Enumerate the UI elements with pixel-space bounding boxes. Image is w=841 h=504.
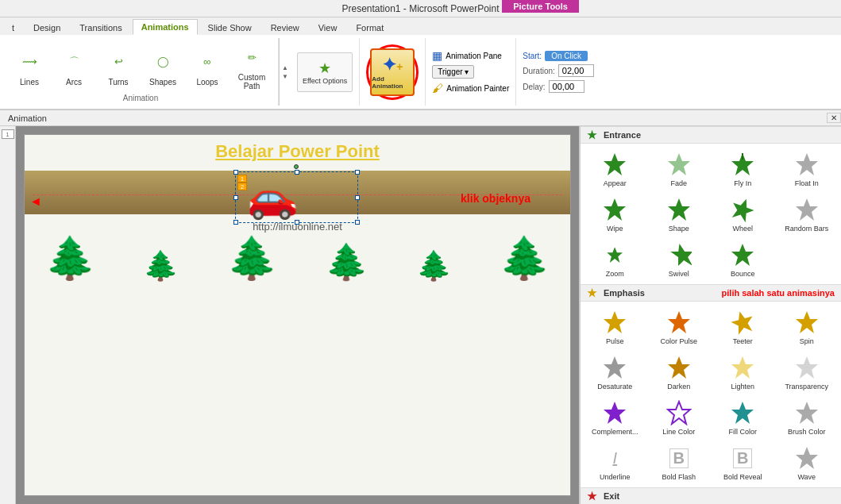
scroll-down[interactable]: ▼ [281, 72, 289, 81]
scroll-up[interactable]: ▲ [281, 63, 289, 72]
tab-review[interactable]: Review [262, 20, 308, 35]
svg-marker-7 [730, 197, 755, 222]
anim-darken[interactable]: Darken [648, 350, 711, 394]
tab-t[interactable]: t [3, 20, 23, 35]
animation-painter-btn[interactable]: 🖌 Animation Painter [432, 82, 509, 94]
add-animation-btn[interactable]: ✦+ Add Animation [370, 48, 415, 96]
wipe-icon [600, 195, 629, 224]
bounce-icon [728, 240, 757, 269]
svg-marker-20 [796, 356, 818, 379]
svg-marker-23 [731, 402, 754, 424]
underline-icon: I [600, 444, 629, 472]
delay-input[interactable] [549, 80, 584, 93]
anim-loops[interactable]: ∞ Loops [187, 48, 227, 87]
anim-lines[interactable]: ⟿ Lines [10, 48, 49, 87]
klik-text: klik objeknya [461, 192, 530, 205]
animation-badges: 1 2 [237, 175, 247, 190]
anim-spin[interactable]: Spin [776, 305, 839, 348]
svg-marker-25 [796, 447, 818, 469]
svg-marker-6 [668, 198, 690, 221]
sel-handle-top[interactable] [294, 164, 299, 169]
slide-thumbnails-panel: 1 [0, 126, 16, 504]
main-area: 1 Belajar Power Point ◄ 🚗 1 [0, 126, 841, 504]
group-label-bar: Animation ✕ [0, 110, 841, 126]
badge-1: 1 [237, 175, 247, 183]
tab-view[interactable]: View [310, 20, 346, 35]
slide-title: Belajar Power Point [25, 141, 570, 162]
trigger-btn[interactable]: Trigger ▾ [432, 65, 473, 79]
slide-container: Belajar Power Point ◄ 🚗 1 2 [24, 134, 571, 496]
anim-turns[interactable]: ↩ Turns [98, 48, 138, 87]
anim-line-color[interactable]: Line Color [648, 395, 711, 439]
ribbon-group-motionpath: ⟿ Lines ⌒ Arcs ↩ Turns ◯ Shapes ∞ Loops … [3, 38, 279, 106]
add-animation-highlight: ✦+ Add Animation [366, 44, 419, 100]
anim-transparency[interactable]: Transparency [776, 350, 839, 394]
anim-teeter[interactable]: Teeter [712, 305, 774, 348]
bold-flash-icon: B [665, 444, 693, 472]
anim-swivel[interactable]: Swivel [648, 237, 711, 281]
anim-arcs[interactable]: ⌒ Arcs [54, 48, 94, 87]
effect-options-btn[interactable]: ★ Effect Options [297, 52, 353, 92]
tree-3: 🌲 [226, 234, 278, 283]
close-group-btn[interactable]: ✕ [827, 113, 841, 123]
anim-shapes[interactable]: ◯ Shapes [143, 48, 183, 87]
animation-panel: ★ Entrance Appear Fade Fly In [579, 126, 841, 504]
appear-icon [600, 150, 629, 179]
fly-in-icon [728, 150, 757, 179]
tree-4: 🌲 [325, 241, 368, 283]
emphasis-label: ★ Emphasis pilih salah satu animasinya [581, 284, 841, 302]
tab-format[interactable]: Format [347, 20, 392, 35]
anim-float-in[interactable]: Float In [776, 147, 839, 190]
svg-marker-17 [604, 356, 626, 379]
anim-bounce[interactable]: Bounce [712, 237, 774, 281]
anim-underline[interactable]: I Underline [584, 441, 646, 484]
anim-complement[interactable]: Complement... [584, 395, 646, 439]
anim-color-pulse[interactable]: Color Pulse [648, 305, 711, 348]
svg-marker-21 [604, 402, 626, 424]
animation-pane-btn[interactable]: ▦ Animation Pane [432, 49, 509, 62]
anim-bold-flash[interactable]: B Bold Flash [648, 441, 711, 484]
slide-thumb-1[interactable]: 1 [2, 129, 14, 139]
car-icon: 🚗 [247, 173, 299, 221]
exit-label: ★ Exit [581, 487, 841, 504]
arrow-left: ◄ [29, 194, 42, 209]
anim-wipe[interactable]: Wipe [584, 192, 646, 236]
anim-desaturate[interactable]: Desaturate [584, 350, 646, 394]
ribbon-scroll[interactable]: ▲ ▼ [279, 38, 291, 106]
fill-color-icon [728, 398, 757, 427]
anim-brush-color[interactable]: Brush Color [776, 395, 839, 439]
tab-transitions[interactable]: Transitions [71, 20, 130, 35]
swivel-icon [665, 240, 693, 269]
svg-marker-0 [604, 153, 626, 175]
anim-shape[interactable]: Shape [648, 192, 711, 236]
anim-wave[interactable]: Wave [776, 441, 839, 484]
anim-fill-color[interactable]: Fill Color [712, 395, 774, 439]
darken-icon [665, 353, 693, 382]
anim-fly-in[interactable]: Fly In [712, 147, 774, 190]
duration-row: Duration: [523, 64, 594, 77]
duration-input[interactable] [558, 64, 594, 77]
svg-marker-19 [731, 356, 754, 379]
anim-appear[interactable]: Appear [584, 147, 646, 190]
desaturate-icon [600, 353, 629, 382]
anim-fade[interactable]: Fade [648, 147, 711, 190]
anim-pulse[interactable]: Pulse [584, 305, 646, 348]
slide-panel[interactable]: Belajar Power Point ◄ 🚗 1 2 [16, 126, 579, 504]
picture-tools-tab[interactable]: Picture Tools [502, 0, 579, 13]
tab-slideshow[interactable]: Slide Show [199, 20, 260, 35]
anim-lighten[interactable]: Lighten [712, 350, 774, 394]
anim-custom-path[interactable]: ✏ Custom Path [232, 43, 272, 90]
line-color-icon [665, 398, 693, 427]
ribbon-tabs: t Design Transitions Animations Slide Sh… [0, 17, 841, 35]
ribbon: ⟿ Lines ⌒ Arcs ↩ Turns ◯ Shapes ∞ Loops … [0, 35, 841, 110]
anim-random-bars[interactable]: Random Bars [776, 192, 839, 236]
anim-bold-reveal[interactable]: B Bold Reveal [712, 441, 774, 484]
tab-animations[interactable]: Animations [133, 19, 198, 35]
title-bar: Presentation1 - Microsoft PowerPoint Pic… [0, 0, 841, 17]
anim-wheel[interactable]: Wheel [712, 192, 774, 236]
tab-design[interactable]: Design [25, 20, 69, 35]
emphasis-grid: Pulse Color Pulse Teeter Spin [581, 302, 841, 487]
car-area[interactable]: 🚗 [247, 173, 299, 221]
anim-zoom[interactable]: Zoom [584, 237, 646, 281]
start-value[interactable]: On Click [545, 51, 588, 61]
